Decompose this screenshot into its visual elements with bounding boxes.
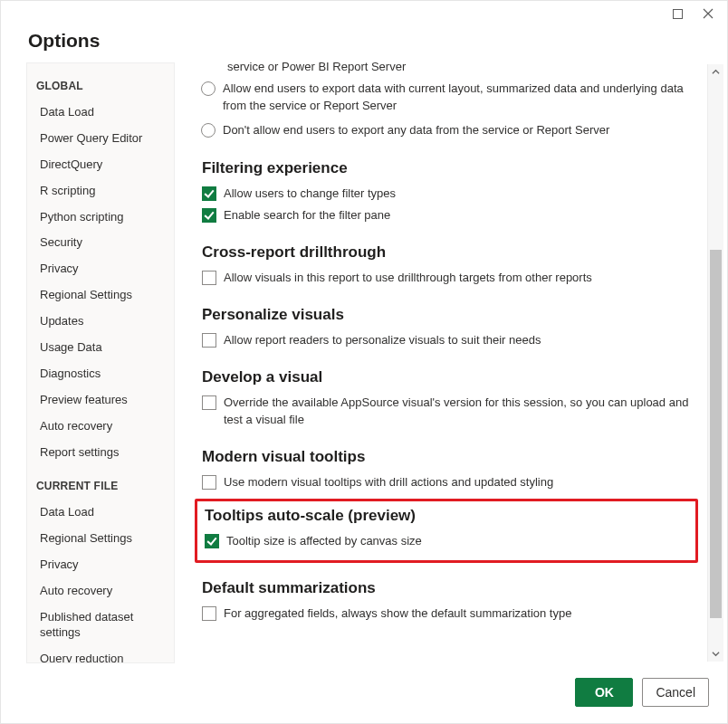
filtering-enable-search-option[interactable]: Enable search for the filter pane [202, 205, 698, 227]
default-summarizations-heading: Default summarizations [202, 579, 698, 597]
sidebar-item-cf-privacy[interactable]: Privacy [27, 552, 174, 578]
scroll-thumb[interactable] [710, 250, 722, 618]
dialog-title: Options [1, 30, 727, 62]
sidebar-item-global-report-settings[interactable]: Report settings [27, 440, 174, 466]
develop-option[interactable]: Override the available AppSource visual'… [202, 392, 698, 432]
tooltips-autoscale-label: Tooltip size is affected by canvas size [226, 533, 688, 550]
sidebar-item-updates[interactable]: Updates [27, 309, 174, 335]
filtering-heading: Filtering experience [202, 159, 698, 177]
personalize-heading: Personalize visuals [202, 306, 698, 324]
sidebar-item-cf-regional-settings[interactable]: Regional Settings [27, 526, 174, 552]
maximize-button[interactable] [662, 1, 693, 26]
sidebar-section-global: GLOBAL [27, 72, 174, 100]
svg-rect-0 [673, 9, 682, 18]
export-none-radio[interactable]: Don't allow end users to export any data… [201, 119, 698, 143]
modern-tooltips-option[interactable]: Use modern visual tooltips with drill ac… [202, 472, 698, 494]
filtering-change-types-label: Allow users to change filter types [224, 186, 698, 203]
content-scrollbar[interactable] [707, 64, 723, 662]
sidebar-item-power-query-editor[interactable]: Power Query Editor [27, 126, 174, 152]
sidebar-item-cf-published-dataset-settings[interactable]: Published dataset settings [27, 605, 174, 646]
filtering-change-types-option[interactable]: Allow users to change filter types [202, 183, 698, 205]
sidebar: GLOBAL Data Load Power Query Editor Dire… [26, 62, 175, 663]
develop-label: Override the available AppSource visual'… [224, 395, 698, 429]
sidebar-item-preview-features[interactable]: Preview features [27, 387, 174, 414]
export-option-tail: service or Power BI Report Server [202, 62, 698, 73]
export-none-label: Don't allow end users to export any data… [223, 122, 698, 139]
chevron-up-icon [712, 68, 720, 76]
export-allow-underlying-radio-input[interactable] [201, 81, 216, 96]
modern-tooltips-checkbox[interactable] [202, 475, 216, 490]
sidebar-item-usage-data[interactable]: Usage Data [27, 335, 174, 361]
ok-button[interactable]: OK [575, 678, 633, 707]
default-summarizations-checkbox[interactable] [202, 606, 216, 621]
cancel-button[interactable]: Cancel [642, 678, 709, 707]
cross-report-option[interactable]: Allow visuals in this report to use dril… [202, 267, 698, 290]
tooltips-autoscale-checkbox[interactable] [205, 534, 219, 548]
sidebar-item-security[interactable]: Security [27, 230, 174, 256]
develop-heading: Develop a visual [202, 368, 698, 386]
modern-tooltips-label: Use modern visual tooltips with drill ac… [224, 474, 698, 491]
maximize-icon [673, 9, 683, 19]
sidebar-item-r-scripting[interactable]: R scripting [27, 178, 174, 205]
tooltips-autoscale-option[interactable]: Tooltip size is affected by canvas size [205, 530, 688, 553]
sidebar-section-current-file: CURRENT FILE [27, 472, 174, 500]
scroll-track[interactable] [708, 80, 723, 646]
sidebar-item-global-regional-settings[interactable]: Regional Settings [27, 282, 174, 309]
cross-report-heading: Cross-report drillthrough [202, 243, 698, 262]
sidebar-item-directquery[interactable]: DirectQuery [27, 152, 174, 178]
personalize-label: Allow report readers to personalize visu… [224, 332, 698, 349]
tooltips-autoscale-heading: Tooltips auto-scale (preview) [205, 507, 688, 525]
sidebar-item-global-privacy[interactable]: Privacy [27, 256, 174, 282]
sidebar-item-cf-data-load[interactable]: Data Load [27, 500, 174, 526]
filtering-change-types-checkbox[interactable] [202, 186, 216, 201]
content-area: service or Power BI Report Server Allow … [180, 62, 725, 663]
options-dialog: Options GLOBAL Data Load Power Query Edi… [0, 0, 728, 724]
modern-tooltips-heading: Modern visual tooltips [202, 448, 698, 466]
sidebar-item-cf-auto-recovery[interactable]: Auto recovery [27, 578, 174, 605]
cross-report-checkbox[interactable] [202, 271, 216, 285]
sidebar-item-cf-query-reduction[interactable]: Query reduction [27, 646, 174, 663]
personalize-option[interactable]: Allow report readers to personalize visu… [202, 329, 698, 352]
sidebar-item-diagnostics[interactable]: Diagnostics [27, 361, 174, 387]
export-none-radio-input[interactable] [201, 123, 216, 138]
default-summarizations-label: For aggregated fields, always show the d… [224, 605, 698, 623]
sidebar-item-global-auto-recovery[interactable]: Auto recovery [27, 414, 174, 440]
chevron-down-icon [712, 650, 720, 658]
dialog-footer: OK Cancel [575, 678, 709, 707]
filtering-enable-search-label: Enable search for the filter pane [224, 207, 698, 224]
scroll-down-button[interactable] [708, 646, 723, 662]
default-summarizations-option[interactable]: For aggregated fields, always show the d… [202, 603, 698, 625]
export-allow-underlying-radio[interactable]: Allow end users to export data with curr… [201, 77, 698, 119]
personalize-checkbox[interactable] [202, 333, 216, 348]
tooltips-autoscale-highlight: Tooltips auto-scale (preview) Tooltip si… [195, 499, 698, 563]
close-button[interactable] [693, 1, 723, 26]
scroll-up-button[interactable] [708, 64, 723, 80]
export-allow-underlying-label: Allow end users to export data with curr… [223, 81, 698, 115]
close-icon [703, 8, 714, 19]
filtering-enable-search-checkbox[interactable] [202, 208, 216, 223]
develop-checkbox[interactable] [202, 395, 216, 410]
cross-report-label: Allow visuals in this report to use dril… [224, 270, 698, 287]
sidebar-item-global-data-load[interactable]: Data Load [27, 100, 174, 126]
sidebar-item-python-scripting[interactable]: Python scripting [27, 205, 174, 231]
